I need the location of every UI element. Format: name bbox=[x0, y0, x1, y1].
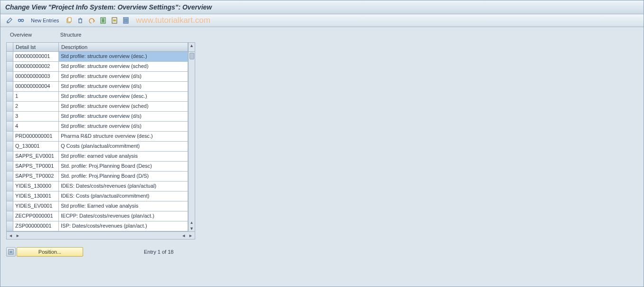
table-row[interactable]: YIDES_EV0001Std profile: Earned value an… bbox=[7, 201, 188, 211]
cell-description[interactable]: Std. profile: Proj.Planning Board (D/S) bbox=[59, 172, 188, 181]
cell-detail-id[interactable]: YIDES_130001 bbox=[13, 191, 59, 201]
position-icon[interactable] bbox=[6, 247, 16, 257]
col-header-detail[interactable]: Detail lst bbox=[13, 43, 59, 51]
cell-description[interactable]: IDES: Costs (plan/actual/commitment) bbox=[59, 191, 188, 201]
scroll-right-icon[interactable]: ► bbox=[15, 233, 21, 238]
cell-description[interactable]: Q Costs (plan/actual/commitment) bbox=[59, 142, 188, 151]
row-selector[interactable] bbox=[7, 211, 13, 221]
row-selector[interactable] bbox=[7, 82, 13, 91]
table-row[interactable]: 000000000002Std profile: structure overv… bbox=[7, 62, 188, 72]
cell-description[interactable]: Pharma R&D structure overview (desc.) bbox=[59, 132, 188, 141]
cell-description[interactable]: Std profile: structure overview (d/s) bbox=[59, 72, 188, 81]
scroll-right-end-icon[interactable]: ► bbox=[188, 233, 194, 238]
cell-description[interactable]: IECPP: Dates/costs/revenues (plan/act.) bbox=[59, 211, 188, 221]
row-selector[interactable] bbox=[7, 132, 13, 141]
table-row[interactable]: ZSP000000001ISP: Dates/costs/revenues (p… bbox=[7, 221, 188, 231]
cell-description[interactable]: Std profile: structure overview (d/s) bbox=[59, 112, 188, 121]
row-selector[interactable] bbox=[7, 112, 13, 121]
row-selector[interactable] bbox=[7, 172, 13, 181]
table-row[interactable]: 2Std profile: structure overview (sched) bbox=[7, 102, 188, 112]
cell-detail-id[interactable]: YIDES_EV0001 bbox=[13, 201, 59, 211]
deselect-all-icon[interactable] bbox=[122, 16, 130, 25]
row-selector[interactable] bbox=[7, 162, 13, 171]
cell-description[interactable]: Std profile: structure overview (d/s) bbox=[59, 122, 188, 131]
cell-description[interactable]: Std profile: earned value analysis bbox=[59, 152, 188, 161]
scroll-up-icon[interactable]: ▲ bbox=[189, 43, 195, 48]
cell-detail-id[interactable]: YIDES_130000 bbox=[13, 182, 59, 191]
vertical-scrollbar[interactable]: ▲ bbox=[188, 43, 195, 51]
row-selector[interactable] bbox=[7, 92, 13, 101]
horizontal-scrollbar[interactable]: ◄ ► ◄ ► bbox=[7, 231, 195, 239]
table-row[interactable]: 1Std profile: structure overview (desc.) bbox=[7, 92, 188, 102]
table-row[interactable]: 000000000003Std profile: structure overv… bbox=[7, 72, 188, 82]
cell-description[interactable]: Std profile: structure overview (desc.) bbox=[59, 52, 188, 61]
table-row[interactable]: 000000000004Std profile: structure overv… bbox=[7, 82, 188, 92]
cell-detail-id[interactable]: 000000000003 bbox=[13, 72, 59, 81]
cell-detail-id[interactable]: ZECPP0000001 bbox=[13, 211, 59, 221]
table-row[interactable]: SAPPS_TP0001Std. profile: Proj.Planning … bbox=[7, 162, 188, 172]
row-selector[interactable] bbox=[7, 191, 13, 201]
copy-as-icon[interactable] bbox=[65, 16, 73, 25]
scroll-thumb[interactable] bbox=[189, 53, 194, 59]
table-row[interactable]: ZECPP0000001IECPP: Dates/costs/revenues … bbox=[7, 211, 188, 221]
cell-detail-id[interactable]: SAPPS_TP0002 bbox=[13, 172, 59, 181]
tab-structure[interactable]: Structure bbox=[60, 32, 82, 38]
position-button[interactable]: Position... bbox=[17, 247, 83, 257]
table-row[interactable]: SAPPS_EV0001Std profile: earned value an… bbox=[7, 152, 188, 162]
new-entries-button[interactable]: New Entries bbox=[28, 18, 62, 23]
row-selector[interactable] bbox=[7, 102, 13, 111]
table-row[interactable]: YIDES_130000IDES: Dates/costs/revenues (… bbox=[7, 182, 188, 191]
cell-detail-id[interactable]: PRD000000001 bbox=[13, 132, 59, 141]
cell-description[interactable]: Std profile: structure overview (d/s) bbox=[59, 82, 188, 91]
row-selector[interactable] bbox=[7, 182, 13, 191]
cell-detail-id[interactable]: 1 bbox=[13, 92, 59, 101]
display-change-toggle-icon[interactable] bbox=[5, 16, 14, 25]
table-row[interactable]: 3Std profile: structure overview (d/s) bbox=[7, 112, 188, 122]
cell-description[interactable]: ISP: Dates/costs/revenues (plan/act.) bbox=[59, 221, 188, 231]
select-block-icon[interactable] bbox=[110, 16, 119, 25]
delete-icon[interactable] bbox=[76, 16, 85, 25]
undo-icon[interactable] bbox=[87, 16, 96, 25]
cell-description[interactable]: Std profile: structure overview (desc.) bbox=[59, 92, 188, 101]
table-row[interactable]: YIDES_130001IDES: Costs (plan/actual/com… bbox=[7, 191, 188, 201]
cell-description[interactable]: Std profile: structure overview (sched) bbox=[59, 62, 188, 71]
cell-description[interactable]: IDES: Dates/costs/revenues (plan/actual) bbox=[59, 182, 188, 191]
scroll-up-small-icon[interactable]: ▲ bbox=[189, 220, 195, 226]
cell-detail-id[interactable]: 4 bbox=[13, 122, 59, 131]
cell-detail-id[interactable]: 2 bbox=[13, 102, 59, 111]
cell-detail-id[interactable]: 000000000001 bbox=[13, 52, 59, 61]
table-row[interactable]: 000000000001Std profile: structure overv… bbox=[7, 52, 188, 62]
table-row[interactable]: SAPPS_TP0002Std. profile: Proj.Planning … bbox=[7, 172, 188, 182]
row-selector[interactable] bbox=[7, 122, 13, 131]
scroll-down-icon[interactable]: ▼ bbox=[189, 226, 195, 231]
cell-detail-id[interactable]: Q_130001 bbox=[13, 142, 59, 151]
tab-overview[interactable]: Overview bbox=[10, 32, 32, 38]
cell-detail-id[interactable]: 3 bbox=[13, 112, 59, 121]
cell-detail-id[interactable]: SAPPS_TP0001 bbox=[13, 162, 59, 171]
table-row[interactable]: PRD000000001Pharma R&D structure overvie… bbox=[7, 132, 188, 142]
cell-description[interactable]: Std profile: Earned value analysis bbox=[59, 201, 188, 211]
row-selector[interactable] bbox=[7, 52, 13, 61]
cell-detail-id[interactable]: SAPPS_EV0001 bbox=[13, 152, 59, 161]
row-selector[interactable] bbox=[7, 142, 13, 151]
col-header-description[interactable]: Description bbox=[59, 43, 188, 51]
cell-detail-id[interactable]: 000000000002 bbox=[13, 62, 59, 71]
watermark: www.tutorialkart.com bbox=[136, 16, 210, 25]
other-view-icon[interactable] bbox=[17, 16, 25, 25]
row-selector[interactable] bbox=[7, 62, 13, 71]
scroll-left-icon[interactable]: ◄ bbox=[8, 233, 14, 238]
cell-description[interactable]: Std profile: structure overview (sched) bbox=[59, 102, 188, 111]
row-selector-header[interactable] bbox=[7, 43, 13, 51]
row-selector[interactable] bbox=[7, 221, 13, 231]
table-row[interactable]: Q_130001Q Costs (plan/actual/commitment) bbox=[7, 142, 188, 152]
cell-detail-id[interactable]: 000000000004 bbox=[13, 82, 59, 91]
select-all-icon[interactable] bbox=[99, 16, 107, 25]
row-selector[interactable] bbox=[7, 72, 13, 81]
table-row[interactable]: 4Std profile: structure overview (d/s) bbox=[7, 122, 188, 132]
row-selector[interactable] bbox=[7, 201, 13, 211]
row-selector[interactable] bbox=[7, 152, 13, 161]
cell-detail-id[interactable]: ZSP000000001 bbox=[13, 221, 59, 231]
scroll-left-end-icon[interactable]: ◄ bbox=[180, 233, 187, 238]
cell-description[interactable]: Std. profile: Proj.Planning Board (Desc) bbox=[59, 162, 188, 171]
toolbar: New Entries www.tutorialkart.com bbox=[0, 14, 644, 27]
